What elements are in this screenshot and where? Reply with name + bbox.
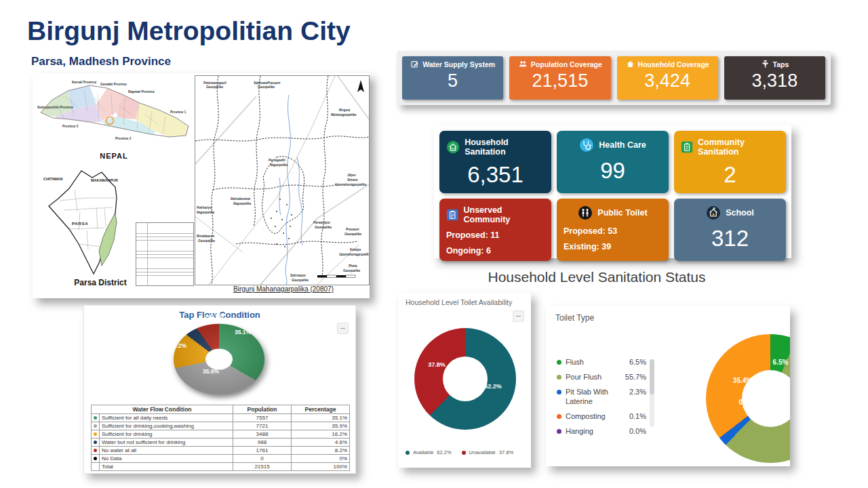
map-label: Gaunpalika <box>258 85 275 89</box>
legend-item-hanging[interactable]: Hanging 0.0% <box>557 427 646 436</box>
stat-value: 3,424 <box>617 70 718 92</box>
table-row: Sufficient for all daily needs 7557 35.1… <box>92 414 350 422</box>
legend-dot <box>557 414 561 419</box>
table-row: No water at all 1761 8.2% <box>92 447 350 455</box>
pie-label: 6.5% <box>773 359 789 366</box>
map-label: Parwanipur <box>313 221 330 224</box>
stat-card-taps: Taps 3,318 <box>724 56 825 100</box>
row-label: Water but not sufficient for drinking <box>100 439 233 447</box>
card-household-sanitation: Household Sanitation 6,351 <box>439 131 551 193</box>
legend-label: Pour Flush <box>566 373 621 382</box>
row-population: 3488 <box>233 430 292 439</box>
card-label: Unserved Community <box>464 205 545 224</box>
card-label: Community Sanitation <box>698 138 779 157</box>
card-label: Health Care <box>599 140 646 150</box>
city-map-frame: Paterwasugauli Gaunpalika SakhuwaPrasaun… <box>195 75 370 285</box>
stat-value: 21,515 <box>509 70 610 92</box>
card-label: Public Toilet <box>597 208 647 218</box>
card-value: 312 <box>681 226 779 251</box>
legend-value: 0.1% <box>629 412 646 420</box>
legend-item-flush[interactable]: Flush 6.5% <box>557 358 646 367</box>
house-sanitation-icon <box>446 140 460 155</box>
map-label: Province 1 <box>170 110 186 114</box>
card-health-care: Health Care 99 <box>557 131 669 193</box>
minimize-icon <box>340 328 345 329</box>
legend-scrollbar[interactable] <box>650 359 654 427</box>
legend-dot <box>94 457 97 460</box>
row-population: 1761 <box>233 447 292 455</box>
pie-label: 37.8% <box>428 361 446 368</box>
stat-label: Household Coverage <box>638 60 709 68</box>
card-public-toilet: Public Toilet Proposed: 53 Existing: 39 <box>557 199 669 261</box>
map-label: Mahanagarpalika <box>331 113 357 117</box>
legend-dot <box>94 432 97 436</box>
map-label: Province 5 <box>62 125 79 128</box>
stat-label: Taps <box>773 60 789 68</box>
row-population: 0 <box>233 455 292 463</box>
legend-item-pit-slab[interactable]: Pit Slab With Laterine 2.3% <box>557 388 646 405</box>
stat-card-population-coverage: Population Coverage 21,515 <box>509 56 610 100</box>
legend-dot <box>94 441 97 444</box>
legend-label: Pit Slab With Laterine <box>566 388 625 405</box>
stat-value: 3,318 <box>724 70 825 92</box>
tap-icon <box>761 60 770 68</box>
map-label: Pokhariya <box>197 206 212 209</box>
map-label: Gaunpalika <box>206 85 223 89</box>
page-title: Birgunj Metropolitian City <box>27 16 351 46</box>
map-label: Gaunpalika <box>315 226 332 229</box>
legend-scrollbar-thumb[interactable] <box>650 359 654 394</box>
legend-label: Flush <box>566 358 625 367</box>
stat-card-household-coverage: Household Coverage 3,424 <box>617 56 718 100</box>
legend-item-composting[interactable]: Composting 0.1% <box>557 412 646 421</box>
map-label: Parsagadhi <box>269 159 285 162</box>
row-label: Sufficient for drinking,cooking,washing <box>100 422 233 430</box>
pie-label: 55.7% <box>763 415 782 423</box>
page-subtitle: Parsa, Madhesh Province <box>31 55 171 68</box>
map-legend-table <box>136 222 194 286</box>
map-label: Bindabasini <box>197 235 215 238</box>
toilet-availability-card: Household Level Toilet Availability 62.2… <box>399 293 531 468</box>
map-label: Karnali Province <box>72 81 97 84</box>
map-legend-rows <box>136 223 193 285</box>
pie-label: 16.2% <box>170 342 186 349</box>
row-population: 21515 <box>233 463 292 471</box>
table-row: Water but not sufficient for drinking 98… <box>92 439 350 447</box>
stat-value: 5 <box>402 70 503 92</box>
maps-panel: Sudurpaschim Province Karnali Province G… <box>33 73 370 298</box>
map-label: Gandaki Province <box>100 83 127 86</box>
legend-dot <box>462 451 466 455</box>
legend-item-pour-flush[interactable]: Pour Flush 55.7% <box>557 373 646 382</box>
minimize-button[interactable] <box>337 323 349 334</box>
sanitation-cards-panel: Household Sanitation 6,351 Health Care 9… <box>434 125 791 258</box>
map-label: Paterwasugauli <box>203 81 226 85</box>
minimize-icon <box>516 316 521 317</box>
legend-value: 55.7% <box>625 373 646 381</box>
card-unserved-community: Unserved Community Proposed: 11 Ongoing:… <box>439 199 551 261</box>
row-label: Sufficient for drinking <box>100 430 233 439</box>
table-row-total: Total 21515 100% <box>92 463 350 471</box>
table-header: Population <box>233 405 292 414</box>
home-icon <box>626 60 635 68</box>
map-label: CHITAWAN <box>43 177 62 181</box>
legend-item-unavailable[interactable]: Unavailable 37.8% <box>462 449 513 455</box>
card-value: 2 <box>681 162 779 188</box>
legend-value: 2.3% <box>629 388 646 396</box>
minimize-button[interactable] <box>513 310 524 322</box>
school-icon <box>706 205 721 220</box>
map-label: Prasauni <box>346 228 359 231</box>
map-label: MAKAWANPUR <box>91 178 118 182</box>
legend-label: Composting <box>566 412 625 421</box>
table-row: Sufficient for drinking,cooking,washing … <box>92 422 350 430</box>
pie-label: 0.1% <box>739 399 755 406</box>
stat-label: Population Coverage <box>531 60 602 68</box>
map-label: Upamahanagarpalika <box>335 183 367 186</box>
donut-hole <box>205 348 233 369</box>
legend-item-available[interactable]: Available 62.2% <box>406 449 452 455</box>
stat-label: Water Supply System <box>422 60 495 68</box>
toilet-people-icon <box>578 205 593 220</box>
map-label: Pheta <box>349 264 357 268</box>
legend-dot <box>94 416 97 420</box>
map-label: Nagarpalika <box>197 211 214 214</box>
map-label: Sudurpaschim Province <box>37 106 73 109</box>
map-label: Gaunpalika <box>292 279 309 282</box>
